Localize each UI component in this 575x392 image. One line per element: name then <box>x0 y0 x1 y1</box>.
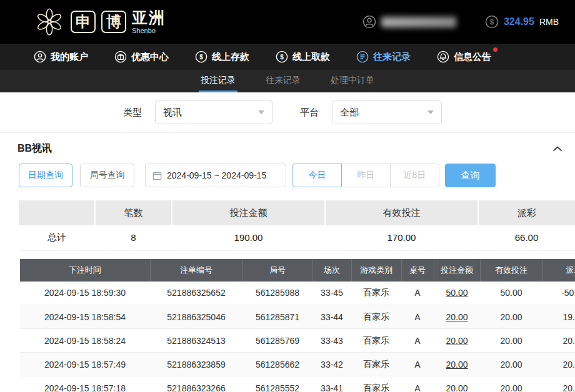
withdraw-coin-icon: $ <box>276 51 288 63</box>
nav-item-my-account[interactable]: 我的账户 <box>34 51 88 63</box>
search-button[interactable]: 查询 <box>445 164 496 187</box>
platform-select-value: 全部 <box>340 107 359 119</box>
cell-valid-bet: 50.00 <box>480 282 542 305</box>
table-row: 2024-09-15 18:59:30 521886325652 5612859… <box>20 282 575 305</box>
cell-bet-time: 2024-09-15 18:58:24 <box>20 329 150 353</box>
detail-header-row: 下注时间 注单编号 局号 场次 游戏类别 桌号 投注金额 有效投注 派彩 <box>20 259 575 282</box>
platform-select[interactable]: 全部 <box>332 100 442 124</box>
tab-betting-records[interactable]: 投注记录 <box>199 70 238 92</box>
cell-bet-id: 521886323859 <box>150 353 242 376</box>
query-controls: 日期查询 局号查询 2024-09-15 ~ 2024-09-15 今日 昨日 … <box>0 164 575 187</box>
nav-label: 优惠中心 <box>131 51 169 63</box>
cell-game-type: 百家乐 <box>351 305 401 329</box>
nav-item-withdraw[interactable]: $ 线上取款 <box>276 51 330 63</box>
cell-valid-bet: 20.00 <box>480 329 542 353</box>
cell-table-no: A <box>401 305 434 329</box>
col-bet-time: 下注时间 <box>20 259 150 282</box>
cell-bet-id: 521886325652 <box>150 282 242 305</box>
cell-bet-time: 2024-09-15 18:57:49 <box>20 353 150 376</box>
cell-table-no: A <box>401 329 434 353</box>
today-button[interactable]: 今日 <box>292 164 342 187</box>
cell-payout: 19.00 <box>542 305 575 329</box>
section-head: BB视讯 <box>0 133 575 158</box>
table-row: 2024-09-15 18:57:49 521886323859 5612856… <box>20 353 575 376</box>
summary-bet-amount: 190.00 <box>172 225 325 250</box>
tab-processing-orders[interactable]: 处理中订单 <box>329 70 376 92</box>
col-round-no: 局号 <box>242 259 312 282</box>
nav-label: 线上存款 <box>212 51 249 63</box>
yesterday-button[interactable]: 昨日 <box>341 164 391 187</box>
nav-item-promotions[interactable]: 优惠中心 <box>114 51 169 63</box>
cell-round-no: 561285662 <box>242 353 312 376</box>
logo-subtitle: Shenbo <box>132 27 166 34</box>
quick-range-group: 今日 昨日 近8日 <box>292 164 439 187</box>
summary-valid-bet: 170.00 <box>325 225 478 250</box>
cell-payout: 20.00 <box>542 376 575 392</box>
type-label: 类型 <box>123 107 142 119</box>
cell-valid-bet: 20.00 <box>480 376 542 392</box>
deposit-coin-icon: $ <box>195 51 208 63</box>
col-payout: 派彩 <box>542 259 575 282</box>
cell-table-no: A <box>401 282 434 305</box>
nav-item-deposit[interactable]: $ 线上存款 <box>195 51 249 63</box>
summary-table: 笔数 投注金额 有效投注 派彩 总计 8 190.00 170.00 66.00 <box>19 200 575 251</box>
balance-amount: 324.95 <box>504 16 534 27</box>
summary-header-payout: 派彩 <box>478 200 575 225</box>
svg-text:$: $ <box>490 18 494 26</box>
cell-round-no: 561285871 <box>242 305 312 329</box>
records-icon <box>356 51 369 63</box>
round-query-button[interactable]: 局号查询 <box>80 164 134 187</box>
summary-total-row: 总计 8 190.00 170.00 66.00 <box>19 225 575 250</box>
cell-session: 33-43 <box>312 329 351 353</box>
bet-amount-link[interactable]: 20.00 <box>434 329 480 353</box>
bet-amount-link[interactable]: 20.00 <box>434 376 480 392</box>
bet-amount-link[interactable]: 50.00 <box>434 282 480 305</box>
nav-label: 我的账户 <box>51 51 88 63</box>
summary-header-row: 笔数 投注金额 有效投注 派彩 <box>19 200 575 225</box>
nav-label: 往来记录 <box>373 51 411 63</box>
nav-item-records[interactable]: 往来记录 <box>356 51 411 63</box>
last-8-days-button[interactable]: 近8日 <box>390 164 439 187</box>
top-bar: 申 博 亚洲 Shenbo $ 324.95 RMB <box>0 0 575 44</box>
cell-session: 33-45 <box>312 282 351 305</box>
calendar-icon <box>152 171 162 180</box>
cell-payout: 20.00 <box>542 353 575 376</box>
nav-item-announcements[interactable]: 信息公告 <box>437 51 491 63</box>
summary-count: 8 <box>95 225 172 250</box>
svg-text:$: $ <box>280 54 284 61</box>
col-valid-bet: 有效投注 <box>480 259 542 282</box>
type-select[interactable]: 视讯 <box>155 100 272 124</box>
table-row: 2024-09-15 18:57:18 521886323266 5612855… <box>20 376 575 392</box>
col-session: 场次 <box>312 259 351 282</box>
chevron-down-icon <box>428 110 434 114</box>
dollar-coin-icon: $ <box>485 15 499 29</box>
user-icon <box>34 51 46 63</box>
cell-payout: -50.00 <box>542 282 575 305</box>
date-query-button[interactable]: 日期查询 <box>19 164 72 187</box>
bet-amount-link[interactable]: 20.00 <box>434 353 480 376</box>
user-avatar-icon <box>362 15 376 29</box>
cell-table-no: A <box>401 376 434 392</box>
cell-table-no: A <box>401 353 434 376</box>
balance-currency: RMB <box>539 17 559 27</box>
username-blurred <box>381 17 456 27</box>
cell-bet-id: 521886324513 <box>150 329 242 353</box>
platform-label: 平台 <box>300 107 319 119</box>
type-select-value: 视讯 <box>163 107 182 119</box>
cell-valid-bet: 20.00 <box>480 353 542 376</box>
cell-game-type: 百家乐 <box>351 353 401 376</box>
date-range-input[interactable]: 2024-09-15 ~ 2024-09-15 <box>145 164 286 187</box>
collapse-chevron-up-icon[interactable] <box>550 144 565 154</box>
cell-round-no: 561285769 <box>242 329 312 353</box>
cell-payout: 20.00 <box>542 329 575 353</box>
chevron-down-icon <box>258 110 264 114</box>
summary-header-bet-amount: 投注金额 <box>172 200 325 225</box>
nav-label: 信息公告 <box>454 51 491 63</box>
date-range-value: 2024-09-15 ~ 2024-09-15 <box>167 170 266 180</box>
bet-amount-link[interactable]: 20.00 <box>434 305 480 329</box>
tab-transaction-records[interactable]: 往来记录 <box>264 70 302 92</box>
site-logo[interactable]: 申 博 亚洲 Shenbo <box>34 6 166 37</box>
cell-round-no: 561285552 <box>242 376 312 392</box>
summary-header-valid-bet: 有效投注 <box>325 200 478 225</box>
cell-round-no: 561285988 <box>242 282 312 305</box>
